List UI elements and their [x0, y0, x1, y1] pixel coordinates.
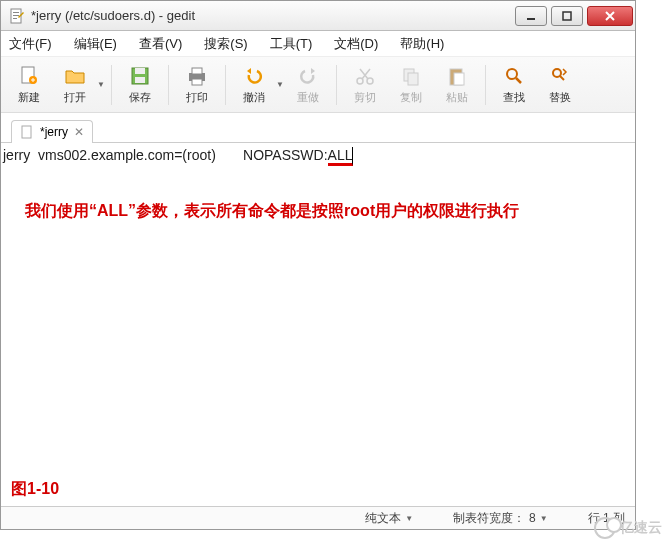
- filetype-selector[interactable]: 纯文本▼: [365, 510, 413, 527]
- text-editor[interactable]: jerry vms002.example.com=(root) NOPASSWD…: [1, 143, 635, 507]
- redo-label: 重做: [297, 90, 319, 105]
- tab-close-icon[interactable]: ✕: [74, 125, 84, 139]
- svg-rect-17: [408, 73, 418, 85]
- menu-tools[interactable]: 工具(T): [266, 33, 317, 55]
- svg-point-21: [553, 69, 561, 77]
- document-new-icon: [17, 64, 41, 88]
- cut-label: 剪切: [354, 90, 376, 105]
- tab-label: *jerry: [40, 125, 68, 139]
- menu-edit[interactable]: 编辑(E): [70, 33, 121, 55]
- tabwidth-value: 8: [529, 511, 536, 525]
- window-title: *jerry (/etc/sudoers.d) - gedit: [31, 8, 515, 23]
- svg-rect-1: [13, 12, 19, 13]
- watermark: 亿速云: [594, 517, 662, 539]
- search-icon: [502, 64, 526, 88]
- svg-rect-5: [563, 12, 571, 20]
- print-label: 打印: [186, 90, 208, 105]
- save-button[interactable]: 保存: [118, 64, 162, 105]
- menubar: 文件(F) 编辑(E) 查看(V) 搜索(S) 工具(T) 文档(D) 帮助(H…: [1, 31, 635, 57]
- find-label: 查找: [503, 90, 525, 105]
- undo-button[interactable]: 撤消: [232, 64, 276, 105]
- svg-rect-2: [13, 15, 19, 16]
- menu-help[interactable]: 帮助(H): [396, 33, 448, 55]
- cut-button: 剪切: [343, 64, 387, 105]
- find-button[interactable]: 查找: [492, 64, 536, 105]
- statusbar: 纯文本▼ 制表符宽度：8▼ 行 1,列: [1, 507, 635, 529]
- svg-point-20: [507, 69, 517, 79]
- copy-label: 复制: [400, 90, 422, 105]
- app-icon: [9, 8, 25, 24]
- titlebar: *jerry (/etc/sudoers.d) - gedit: [1, 1, 635, 31]
- svg-rect-10: [135, 77, 145, 83]
- close-button[interactable]: [587, 6, 633, 26]
- open-button[interactable]: 打开: [53, 64, 97, 105]
- minimize-button[interactable]: [515, 6, 547, 26]
- undo-label: 撤消: [243, 90, 265, 105]
- redo-icon: [296, 64, 320, 88]
- svg-rect-19: [454, 73, 464, 85]
- replace-icon: [548, 64, 572, 88]
- editor-text-pre: jerry vms002.example.com=(root) NOPASSWD…: [3, 147, 328, 163]
- tabwidth-label: 制表符宽度：: [453, 510, 525, 527]
- editor-text-all: ALL: [328, 147, 354, 166]
- annotation-figure: 图1-10: [11, 479, 59, 500]
- replace-button[interactable]: 替换: [538, 64, 582, 105]
- chevron-down-icon: ▼: [540, 514, 548, 523]
- svg-rect-4: [527, 18, 535, 20]
- open-label: 打开: [64, 90, 86, 105]
- new-label: 新建: [18, 90, 40, 105]
- svg-rect-3: [13, 18, 17, 19]
- copy-button: 复制: [389, 64, 433, 105]
- tab-bar: *jerry ✕: [1, 113, 635, 143]
- save-icon: [128, 64, 152, 88]
- toolbar: 新建 打开 ▼ 保存 打印 撤消 ▼ 重做 剪切 复制 粘贴 查找 替换: [1, 57, 635, 113]
- svg-rect-13: [192, 79, 202, 85]
- paste-button: 粘贴: [435, 64, 479, 105]
- paste-label: 粘贴: [446, 90, 468, 105]
- svg-rect-9: [135, 68, 145, 74]
- annotation-main: 我们使用“ALL”参数，表示所有命令都是按照root用户的权限进行执行: [25, 201, 611, 222]
- menu-file[interactable]: 文件(F): [5, 33, 56, 55]
- print-button[interactable]: 打印: [175, 64, 219, 105]
- svg-rect-12: [192, 68, 202, 74]
- menu-search[interactable]: 搜索(S): [200, 33, 251, 55]
- watermark-logo-icon: [594, 517, 616, 539]
- redo-button: 重做: [286, 64, 330, 105]
- svg-rect-22: [22, 126, 31, 138]
- file-icon: [20, 125, 34, 139]
- menu-doc[interactable]: 文档(D): [330, 33, 382, 55]
- tabwidth-selector[interactable]: 制表符宽度：8▼: [453, 510, 548, 527]
- cut-icon: [353, 64, 377, 88]
- undo-dropdown-icon[interactable]: ▼: [276, 80, 284, 89]
- open-dropdown-icon[interactable]: ▼: [97, 80, 105, 89]
- tab-jerry[interactable]: *jerry ✕: [11, 120, 93, 143]
- maximize-button[interactable]: [551, 6, 583, 26]
- folder-open-icon: [63, 64, 87, 88]
- print-icon: [185, 64, 209, 88]
- paste-icon: [445, 64, 469, 88]
- replace-label: 替换: [549, 90, 571, 105]
- editor-line-1: jerry vms002.example.com=(root) NOPASSWD…: [3, 147, 633, 166]
- copy-icon: [399, 64, 423, 88]
- undo-icon: [242, 64, 266, 88]
- chevron-down-icon: ▼: [405, 514, 413, 523]
- menu-view[interactable]: 查看(V): [135, 33, 186, 55]
- new-button[interactable]: 新建: [7, 64, 51, 105]
- save-label: 保存: [129, 90, 151, 105]
- filetype-label: 纯文本: [365, 510, 401, 527]
- watermark-text: 亿速云: [620, 519, 662, 537]
